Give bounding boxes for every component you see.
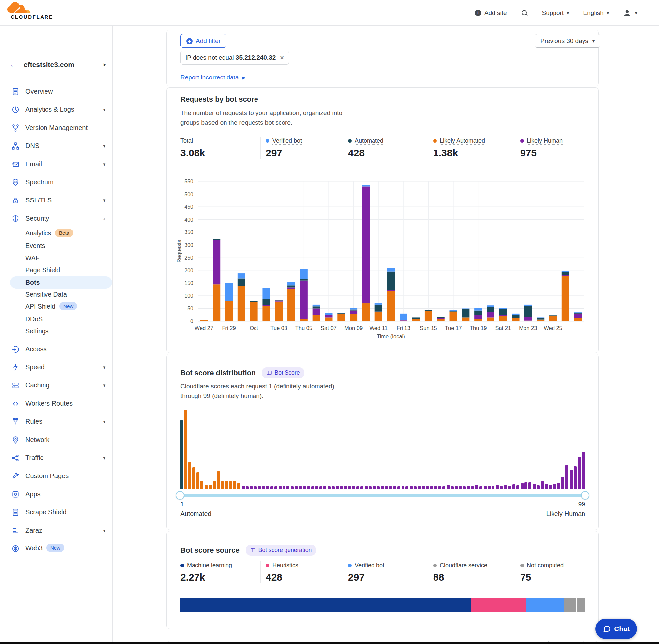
source-title-row: Bot score source Bot score generation [180,545,316,556]
sidebar-item-network[interactable]: Network [0,431,113,449]
sidebar-item-waf[interactable]: WAF [0,252,113,264]
add-site-button[interactable]: + Add site [475,9,507,17]
sidebar-item-scrape-shield[interactable]: Scrape Shield [0,503,113,521]
chart-bar-segment [262,299,270,305]
chevron-down-icon: ▾ [103,419,105,425]
bot-score-badge[interactable]: Bot Score [262,367,305,378]
chart-bar-segment [462,308,469,309]
close-icon[interactable]: × [280,54,284,61]
chart-bar-segment [562,275,569,276]
sidebar-item-bots[interactable]: Bots [0,276,113,289]
chart-bar-segment [487,312,494,317]
traffic-icon [11,454,20,462]
chart-bar-segment [375,312,382,312]
chart-bar-segment [425,311,432,321]
account-menu[interactable]: ▾ [623,8,637,18]
sidebar-item-events[interactable]: Events [0,240,113,252]
date-range-button[interactable]: Previous 30 days ▾ [535,34,600,48]
stat-label[interactable]: Heuristics [272,562,298,569]
stat-label[interactable]: Not computed [527,562,564,569]
chart-bar-segment [337,313,345,314]
chevron-right-icon[interactable]: ▸ [103,61,107,68]
chevron-down-icon: ▾ [567,10,569,16]
stat-label[interactable]: Machine learning [187,562,232,569]
chart-bar-segment [499,315,507,316]
stat-label[interactable]: Automated [355,138,383,144]
sidebar-item-spectrum[interactable]: Spectrum [0,173,113,191]
sidebar-item-speed[interactable]: Speed▾ [0,358,113,376]
chat-button[interactable]: Chat [595,619,637,639]
sidebar-item-caching[interactable]: Caching▾ [0,376,113,394]
support-menu[interactable]: Support ▾ [542,9,569,17]
sidebar-item-ddos[interactable]: DDoS [0,313,113,325]
page: CLOUDFLARE + Add site Support ▾ English … [0,0,659,644]
chart-bar-segment [512,318,520,321]
sidebar-item-version-management[interactable]: Version Management [0,119,113,137]
stat-label[interactable]: Verified bot [355,562,384,569]
sidebar-item-analytics-logs[interactable]: Analytics & Logs▾ [0,100,113,119]
stat-label[interactable]: Cloudflare service [440,562,487,569]
histogram-bar [196,472,199,489]
chart-bar-segment [300,319,308,321]
cloudflare-logo[interactable]: CLOUDFLARE [7,2,57,20]
requests-section-title: Requests by bot score [180,95,258,104]
add-filter-button[interactable]: + Add filter [180,34,227,48]
new-badge: New [59,302,77,310]
sidebar-item-settings[interactable]: Settings [0,325,113,337]
histogram-bar [426,486,429,489]
sidebar-item-analytics[interactable]: AnalyticsBeta [0,228,113,240]
sidebar-item-label: DNS [25,142,39,150]
sidebar-item-email[interactable]: Email▾ [0,155,113,173]
chart-bar-segment [487,307,494,312]
chart-bar-segment [387,272,395,290]
chart-bar-segment [412,319,420,321]
histogram-bar [369,486,372,489]
chevron-down-icon: ▾ [635,10,637,16]
chart-bar-segment [275,300,283,300]
chart-bar-segment [574,314,582,318]
sidebar-item-access[interactable]: Access [0,340,113,358]
sidebar-item-sensitive-data[interactable]: Sensitive Data [0,289,113,301]
histogram-bar [270,486,273,489]
caching-icon [11,381,20,390]
chart-bar-segment [312,315,320,321]
sidebar-item-rules[interactable]: Rules▾ [0,413,113,431]
chart-bar-segment [337,313,345,314]
sidebar-item-apps[interactable]: Apps [0,485,113,503]
chart-bar-segment [337,314,345,321]
sidebar-item-overview[interactable]: Overview [0,83,113,100]
histogram-bar [320,486,323,489]
score-range-slider[interactable] [180,494,585,497]
sidebar-item-ssl-tls[interactable]: SSL/TLS▾ [0,191,113,209]
filter-chip[interactable]: IP does not equal 35.212.240.32 × [180,51,289,65]
stat-label[interactable]: Likely Automated [440,138,485,144]
sidebar-item-api-shield[interactable]: API ShieldNew [0,301,113,313]
sidebar-item-security[interactable]: Security▴ [0,209,113,228]
chart-bar-segment [499,308,507,309]
stat-label[interactable]: Likely Human [527,138,563,144]
histogram-bar [393,486,396,489]
search-button[interactable] [521,9,528,17]
sidebar-item-zaraz[interactable]: Zaraz▾ [0,521,113,539]
histogram-bar [217,471,220,489]
back-arrow-icon[interactable]: ← [9,59,18,70]
sidebar-item-custom-pages[interactable]: Custom Pages [0,467,113,485]
bot-score-badge-label: Bot Score [275,369,300,376]
sidebar-item-web3[interactable]: Web3New [0,539,113,558]
bot-score-generation-badge[interactable]: Bot score generation [245,545,316,556]
language-menu[interactable]: English ▾ [583,9,609,17]
slider-handle-max[interactable] [581,491,589,500]
histogram-bar [504,485,507,489]
sidebar-item-traffic[interactable]: Traffic▾ [0,449,113,467]
sidebar-item-label: API ShieldNew [25,303,77,311]
report-incorrect-data-link[interactable]: Report incorrect data ▶ [180,74,245,81]
sidebar-item-page-shield[interactable]: Page Shield [0,264,113,276]
site-switcher[interactable]: ← cftestsite3.com ▸ [0,58,113,73]
histogram-bar [439,486,442,489]
histogram-bar [291,486,294,489]
sidebar-item-workers-routes[interactable]: Workers Routes [0,394,113,413]
sidebar-item-dns[interactable]: DNS▾ [0,137,113,155]
slider-handle-min[interactable] [176,491,184,500]
stat-label[interactable]: Verified bot [272,138,302,144]
histogram-bar [254,486,257,489]
